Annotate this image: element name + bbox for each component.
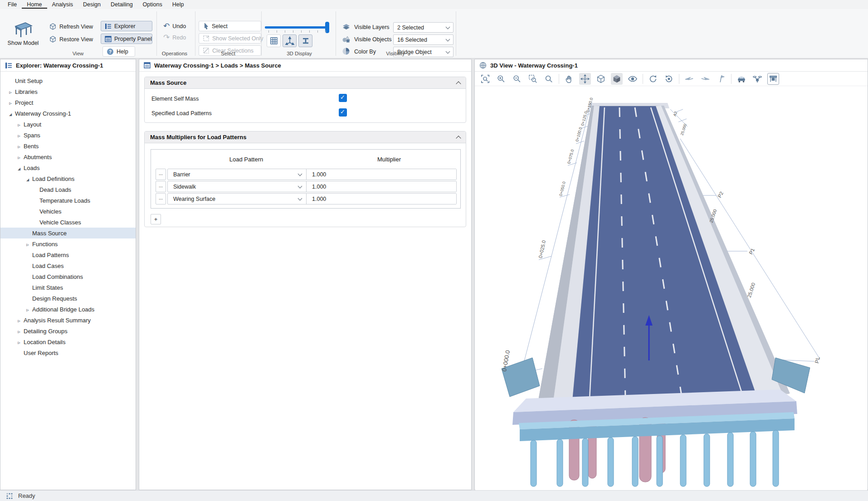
property-panel-button[interactable]: Property Panel: [101, 34, 152, 44]
multiplier-input[interactable]: [307, 169, 456, 180]
chevron-right-icon[interactable]: [6, 99, 15, 106]
tree-item-vehicles[interactable]: Vehicles: [0, 206, 136, 217]
tree-item-functions[interactable]: Functions: [0, 238, 136, 249]
viewport-3d[interactable]: 0+150.0 0+125.0 0+100.0 0+075.0 0+050.0 …: [475, 87, 867, 490]
chevron-right-icon[interactable]: [15, 121, 24, 128]
chevron-right-icon[interactable]: [15, 143, 24, 150]
section-gantry-icon[interactable]: [767, 73, 779, 85]
tree-item-unit-setup[interactable]: Unit Setup: [0, 75, 136, 86]
specified-load-patterns-checkbox[interactable]: [339, 108, 347, 117]
tree-item-waterway-crossing-1[interactable]: Waterway Crossing-1: [0, 108, 136, 119]
visible-objects-dropdown[interactable]: 16 Selected: [393, 34, 454, 45]
multiplier-input[interactable]: [307, 194, 456, 204]
grid-display-button[interactable]: [267, 34, 281, 47]
row-menu-button[interactable]: ...: [156, 169, 166, 180]
add-row-button[interactable]: +: [151, 214, 161, 224]
explorer-button[interactable]: Explorer: [101, 21, 152, 31]
tree-item-vehicle-classes[interactable]: Vehicle Classes: [0, 217, 136, 228]
refresh-view-button[interactable]: Refresh View: [45, 21, 97, 32]
show-model-button[interactable]: Show Model: [4, 12, 43, 54]
skew-vane-right-icon[interactable]: [699, 73, 711, 85]
menu-file[interactable]: File: [3, 0, 22, 9]
tree-item-analysis-result-summary[interactable]: Analysis Result Summary: [0, 315, 136, 326]
tree-item-layout[interactable]: Layout: [0, 119, 136, 130]
menu-analysis[interactable]: Analysis: [47, 0, 78, 9]
drone-icon[interactable]: [751, 73, 763, 85]
chevron-expanded-icon[interactable]: [6, 110, 15, 117]
panel-icon: [105, 36, 112, 42]
tree-item-location-details[interactable]: Location Details: [0, 336, 136, 347]
menu-help[interactable]: Help: [167, 0, 189, 9]
chevron-right-icon[interactable]: [23, 306, 32, 313]
tree-item-load-cases[interactable]: Load Cases: [0, 260, 136, 271]
chevron-right-icon[interactable]: [15, 132, 24, 139]
row-menu-button[interactable]: ...: [156, 193, 166, 204]
chevron-expanded-icon[interactable]: [15, 165, 24, 171]
tree-item-bents[interactable]: Bents: [0, 141, 136, 151]
rotate-cw-icon[interactable]: [647, 73, 659, 85]
tree-item-detailing-groups[interactable]: Detailing Groups: [0, 326, 136, 336]
chevron-right-icon[interactable]: [23, 241, 32, 248]
pan-icon[interactable]: [563, 73, 575, 85]
tree-item-project[interactable]: Project: [0, 97, 136, 108]
help-button[interactable]: ? Help: [102, 46, 135, 57]
mass-source-card-header[interactable]: Mass Source: [145, 77, 466, 89]
row-menu-button[interactable]: ...: [156, 181, 166, 192]
show-selected-only-button[interactable]: Show Selected Only: [199, 33, 261, 44]
extrude-display-button[interactable]: [298, 34, 312, 47]
solid-box-icon[interactable]: [611, 73, 623, 85]
tree-item-mass-source[interactable]: Mass Source: [0, 228, 136, 238]
redo-button[interactable]: ↷ Redo: [160, 32, 190, 43]
collapse-chevron-icon[interactable]: [456, 81, 461, 86]
skew-vane-left-icon[interactable]: [683, 73, 695, 85]
tree-item-spans[interactable]: Spans: [0, 130, 136, 141]
zoom-window-icon[interactable]: [527, 73, 539, 85]
chevron-right-icon[interactable]: [15, 328, 24, 335]
multiplier-input[interactable]: [307, 181, 456, 192]
orbit-icon[interactable]: [579, 73, 591, 85]
restore-view-button[interactable]: Restore View: [45, 34, 97, 44]
select-button[interactable]: Select: [199, 21, 261, 31]
load-pattern-dropdown[interactable]: Barrier: [168, 169, 307, 180]
menu-options[interactable]: Options: [138, 0, 167, 9]
chevron-right-icon[interactable]: [15, 339, 24, 345]
tree-item-temperature-loads[interactable]: Temperature Loads: [0, 195, 136, 206]
chevron-right-icon[interactable]: [6, 88, 15, 95]
rotate-ccw-icon[interactable]: [663, 73, 675, 85]
tree-item-loads[interactable]: Loads: [0, 162, 136, 173]
zoom-pointer-icon[interactable]: [543, 73, 555, 85]
station-flag-icon[interactable]: [715, 73, 727, 85]
visible-layers-dropdown[interactable]: 2 Selected: [393, 22, 454, 33]
tree-item-abutments[interactable]: Abutments: [0, 151, 136, 162]
tree-item-load-combinations[interactable]: Load Combinations: [0, 271, 136, 282]
menu-design[interactable]: Design: [78, 0, 106, 9]
tree-item-additional-bridge-loads[interactable]: Additional Bridge Loads: [0, 304, 136, 315]
tree-item-load-definitions[interactable]: Load Definitions: [0, 173, 136, 184]
mass-multipliers-card-header[interactable]: Mass Multipliers for Load Patterns: [145, 131, 466, 143]
tree-item-libraries[interactable]: Libraries: [0, 86, 136, 97]
tree-item-load-patterns[interactable]: Load Patterns: [0, 249, 136, 260]
tree-item-limit-states[interactable]: Limit States: [0, 282, 136, 293]
tree-item-user-reports[interactable]: User Reports: [0, 347, 136, 358]
axes-display-button[interactable]: [283, 34, 297, 47]
tree-item-dead-loads[interactable]: Dead Loads: [0, 184, 136, 195]
load-pattern-dropdown[interactable]: Wearing Surface: [168, 194, 307, 204]
chevron-right-icon[interactable]: [15, 317, 24, 324]
menu-detailing[interactable]: Detailing: [106, 0, 138, 9]
menu-home[interactable]: Home: [22, 0, 47, 9]
wireframe-box-icon[interactable]: [595, 73, 607, 85]
chevron-right-icon[interactable]: [15, 154, 24, 161]
vehicle-icon[interactable]: [736, 73, 747, 85]
collapse-chevron-icon[interactable]: [456, 136, 461, 141]
element-self-mass-checkbox[interactable]: [339, 94, 347, 102]
load-pattern-dropdown[interactable]: Sidewalk: [168, 181, 307, 192]
perspective-eye-icon[interactable]: [627, 73, 639, 85]
chevron-expanded-icon[interactable]: [23, 175, 32, 182]
tree-item-design-requests[interactable]: Design Requests: [0, 293, 136, 304]
explorer-tree: Unit Setup Libraries Project Waterway Cr…: [0, 73, 136, 490]
display-slider-track[interactable]: [265, 26, 329, 29]
zoom-in-icon[interactable]: [495, 73, 507, 85]
zoom-extents-icon[interactable]: [479, 73, 491, 85]
zoom-out-icon[interactable]: [511, 73, 523, 85]
undo-button[interactable]: ↶ Undo: [160, 21, 190, 31]
